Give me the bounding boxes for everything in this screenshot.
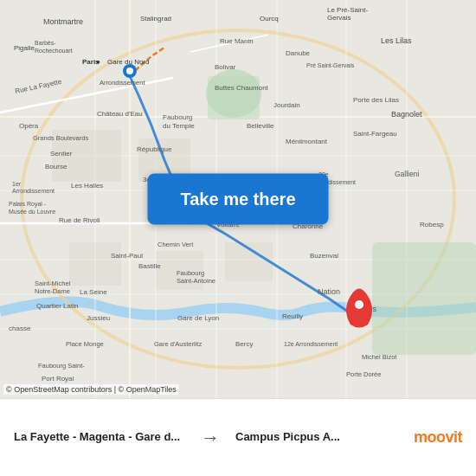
svg-text:Grands Boulevards: Grands Boulevards (33, 134, 88, 142)
svg-text:Saint-Antoine: Saint-Antoine (177, 277, 215, 285)
svg-text:Sentier: Sentier (50, 150, 73, 158)
svg-text:Porte des Lilas: Porte des Lilas (353, 96, 399, 104)
svg-text:Belleville: Belleville (247, 122, 274, 130)
svg-text:Faubourg: Faubourg (163, 113, 192, 121)
svg-text:Pigalle: Pigalle (14, 44, 35, 52)
svg-text:Stalingrad: Stalingrad (140, 15, 171, 23)
svg-text:Rochechouart: Rochechouart (35, 48, 73, 54)
from-section: La Fayette - Magenta - Gare d... (14, 430, 194, 445)
to-station-label: Campus Picpus A... (235, 430, 407, 445)
svg-text:Notre-Dame: Notre-Dame (35, 287, 70, 295)
svg-text:du Temple: du Temple (163, 122, 195, 130)
svg-text:Robesp: Robesp (420, 221, 444, 228)
map-attribution: © OpenStreetMap contributors | © OpenMap… (3, 384, 179, 395)
svg-text:Rue de Rivoli: Rue de Rivoli (59, 216, 100, 224)
svg-text:12e Arrondissement: 12e Arrondissement (284, 341, 338, 347)
svg-text:Les Halles: Les Halles (71, 182, 103, 190)
svg-text:Buzenval: Buzenval (310, 252, 338, 260)
svg-text:Barbès-: Barbès- (35, 40, 56, 46)
svg-text:Arrondissement: Arrondissement (12, 188, 55, 194)
svg-text:République: République (137, 145, 172, 153)
map-container: Montmartre Pigalle Barbès- Rochechouart … (0, 0, 476, 398)
svg-rect-20 (372, 242, 476, 355)
svg-text:Buttes Chaumont: Buttes Chaumont (215, 84, 269, 92)
svg-text:Arrondissement: Arrondissement (100, 79, 145, 87)
svg-text:Bastille: Bastille (138, 262, 161, 270)
take-me-there-button[interactable]: Take me there (147, 174, 328, 225)
svg-text:Gallieni: Gallieni (395, 170, 419, 178)
svg-text:Faubourg Saint-: Faubourg Saint- (38, 362, 85, 370)
moovit-brand-text: moovit (414, 428, 462, 447)
svg-text:Chemin Vert: Chemin Vert (158, 241, 194, 248)
to-section: Campus Picpus A... (227, 430, 407, 445)
svg-text:Bercy: Bercy (235, 340, 253, 348)
svg-text:Michel Bizot: Michel Bizot (362, 353, 397, 361)
svg-text:Gare d'Austerlitz: Gare d'Austerlitz (154, 340, 202, 348)
svg-text:Bourse: Bourse (45, 163, 68, 170)
svg-text:Pré Saint-Gervais: Pré Saint-Gervais (306, 62, 355, 68)
svg-text:Jussieu: Jussieu (87, 314, 110, 322)
svg-text:1er: 1er (12, 181, 22, 187)
svg-text:Musée du Louvre: Musée du Louvre (9, 209, 55, 215)
svg-point-99 (126, 68, 133, 74)
svg-point-100 (355, 300, 363, 309)
svg-text:Reuilly: Reuilly (282, 312, 303, 320)
svg-text:Saint-Michel: Saint-Michel (35, 280, 71, 287)
svg-text:Saint-Paul: Saint-Paul (111, 252, 143, 260)
svg-text:chasse: chasse (9, 325, 31, 332)
svg-text:Bolivar: Bolivar (215, 63, 236, 71)
svg-text:Opéra: Opéra (19, 122, 39, 130)
svg-text:Palais Royal -: Palais Royal - (9, 201, 47, 208)
svg-text:●: ● (96, 58, 100, 66)
svg-text:Gervais: Gervais (327, 14, 351, 22)
svg-text:Les Lilas: Les Lilas (381, 36, 412, 45)
svg-text:Rue Manin: Rue Manin (220, 37, 254, 45)
svg-text:Gare de Lyon: Gare de Lyon (177, 314, 219, 322)
svg-text:Bagnolet: Bagnolet (391, 110, 422, 119)
svg-text:Porte Dorée: Porte Dorée (346, 370, 381, 378)
svg-text:Ourcq: Ourcq (260, 15, 279, 23)
svg-text:Saint-Fargeau: Saint-Fargeau (353, 130, 397, 138)
svg-point-19 (206, 69, 261, 118)
app: Montmartre Pigalle Barbès- Rochechouart … (0, 0, 476, 476)
svg-text:Danube: Danube (286, 49, 311, 57)
arrow-section: → (194, 427, 227, 449)
moovit-logo: moovit (407, 428, 462, 447)
from-station-label: La Fayette - Magenta - Gare d... (14, 430, 185, 445)
direction-arrow: → (201, 427, 220, 449)
svg-text:Port Royal: Port Royal (42, 375, 74, 383)
svg-text:Le Pré-Saint-: Le Pré-Saint- (327, 6, 368, 14)
svg-text:La Seine: La Seine (80, 288, 107, 296)
svg-text:Nation: Nation (318, 287, 340, 296)
info-bar: La Fayette - Magenta - Gare d... → Campu… (0, 398, 476, 476)
svg-text:Montmartre: Montmartre (43, 17, 83, 26)
svg-text:Ménilmontant: Ménilmontant (286, 138, 328, 145)
svg-text:Jourdain: Jourdain (273, 101, 300, 109)
svg-rect-23 (69, 242, 121, 286)
svg-text:Château d'Eau: Château d'Eau (97, 110, 143, 118)
svg-text:Faubourg: Faubourg (177, 269, 204, 277)
svg-text:Quartier Latin: Quartier Latin (36, 302, 78, 310)
svg-text:Place Monge: Place Monge (66, 340, 104, 348)
